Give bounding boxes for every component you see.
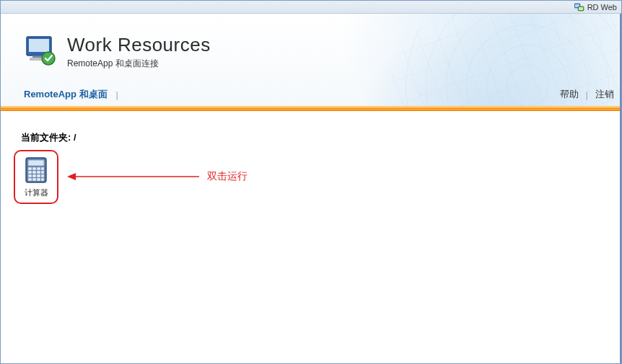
svg-rect-20 xyxy=(32,174,36,177)
svg-rect-12 xyxy=(32,167,36,170)
top-bar: RD Web xyxy=(1,1,621,14)
svg-rect-26 xyxy=(41,178,44,181)
svg-rect-17 xyxy=(37,171,40,174)
page-header: Work Resources RemoteApp 和桌面连接 RemoteApp… xyxy=(1,14,621,106)
svg-point-8 xyxy=(42,52,55,65)
app-label: 计算器 xyxy=(18,187,54,198)
svg-rect-24 xyxy=(32,178,36,181)
nav-remoteapp-desktop[interactable]: RemoteApp 和桌面 xyxy=(24,88,108,101)
accent-band xyxy=(1,106,621,111)
nav-separator: | xyxy=(116,89,118,100)
rdweb-label: RD Web xyxy=(587,3,617,12)
nav-logout-link[interactable]: 注销 xyxy=(595,88,614,101)
nav-bar: RemoteApp 和桌面 | 帮助 | 注销 xyxy=(1,84,621,106)
annotation: 双击运行 xyxy=(66,170,248,183)
right-border xyxy=(620,14,621,363)
svg-rect-19 xyxy=(28,174,32,177)
arrow-icon xyxy=(66,171,203,182)
svg-rect-15 xyxy=(28,171,32,174)
current-folder-label: 当前文件夹: / xyxy=(21,131,601,144)
work-resources-icon xyxy=(24,34,57,67)
page-subtitle: RemoteApp 和桌面连接 xyxy=(67,58,211,70)
svg-rect-10 xyxy=(28,160,44,166)
app-calculator[interactable]: 计算器 xyxy=(14,150,58,204)
svg-marker-28 xyxy=(67,173,76,180)
page-title: Work Resources xyxy=(67,34,211,56)
svg-rect-5 xyxy=(29,39,49,52)
svg-rect-16 xyxy=(32,171,36,174)
svg-rect-21 xyxy=(37,174,40,177)
svg-rect-3 xyxy=(579,7,583,10)
svg-rect-23 xyxy=(28,178,32,181)
svg-rect-11 xyxy=(28,167,32,170)
svg-rect-22 xyxy=(41,174,44,177)
svg-rect-14 xyxy=(41,167,44,170)
brand-block: Work Resources RemoteApp 和桌面连接 xyxy=(24,34,211,70)
rdweb-icon xyxy=(574,3,584,12)
annotation-text: 双击运行 xyxy=(207,170,248,183)
nav-separator: | xyxy=(586,89,588,100)
content-area: 当前文件夹: / 计算器 双击运行 xyxy=(1,111,621,363)
svg-rect-25 xyxy=(37,178,40,181)
nav-help-link[interactable]: 帮助 xyxy=(560,88,579,101)
svg-rect-18 xyxy=(41,171,44,174)
svg-rect-13 xyxy=(37,167,40,170)
calculator-icon xyxy=(25,157,48,183)
current-folder-path: / xyxy=(74,132,76,143)
